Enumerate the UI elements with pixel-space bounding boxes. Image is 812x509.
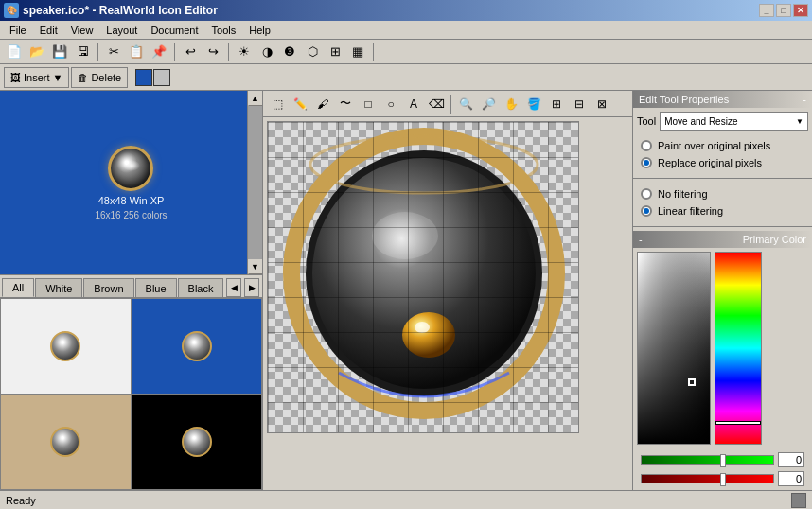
tool-value: Move and Resize <box>664 116 737 127</box>
insert-arrow: ▼ <box>53 72 63 83</box>
window-title: speaker.ico* - RealWorld Icon Editor <box>23 4 218 17</box>
hue-picker[interactable] <box>715 252 762 445</box>
menu-layout[interactable]: Layout <box>100 23 143 38</box>
open-button[interactable]: 📂 <box>26 42 47 62</box>
app-icon: 🎨 <box>4 3 19 18</box>
tab-all[interactable]: All <box>2 278 34 297</box>
tab-next[interactable]: ▶ <box>244 278 259 297</box>
slider-thumb-2[interactable] <box>720 473 726 486</box>
color-gradient-picker[interactable] <box>637 252 711 445</box>
menu-edit[interactable]: Edit <box>34 23 63 38</box>
toolbar-sep1 <box>97 43 98 61</box>
eraser-tool[interactable]: ⌫ <box>426 94 447 114</box>
slider-red[interactable] <box>641 474 774 483</box>
icon-cell-black[interactable] <box>132 395 263 491</box>
menu-help[interactable]: Help <box>243 23 276 38</box>
tb-extra6[interactable]: ▦ <box>347 42 368 62</box>
view-icons[interactable] <box>135 69 170 86</box>
text-tool[interactable]: A <box>403 94 424 114</box>
menu-document[interactable]: Document <box>145 23 203 38</box>
slider-thumb-1[interactable] <box>720 454 726 467</box>
tb-extra5[interactable]: ⊞ <box>325 42 345 62</box>
close-button[interactable]: ✕ <box>793 4 808 17</box>
slider-value-2[interactable] <box>778 471 804 486</box>
icon-cell-tan[interactable] <box>0 395 132 491</box>
move-tool[interactable]: ✋ <box>501 94 521 114</box>
tabs-bar: All White Brown Blue Black ◀ ▶ <box>0 275 262 298</box>
main-content: ▲ ▼ 48x48 Win XP 16x16 256 colors All Wh… <box>0 91 812 490</box>
primary-color-header: - Primary Color <box>633 231 812 248</box>
maximize-button[interactable]: □ <box>776 4 791 17</box>
icon-cell-white[interactable] <box>0 298 132 395</box>
fill-tool[interactable]: 🪣 <box>523 94 544 114</box>
icon-cell-blue[interactable] <box>132 298 263 395</box>
icon-tan <box>50 427 80 457</box>
new-button[interactable]: 📄 <box>4 42 25 62</box>
zoom-out-tool[interactable]: 🔎 <box>478 94 499 114</box>
radio-paint-over[interactable]: Paint over original pixels <box>641 140 804 151</box>
slider-green[interactable] <box>641 455 774 465</box>
scroll-track[interactable] <box>248 106 262 259</box>
minimize-button[interactable]: _ <box>759 4 774 17</box>
grid-toggle1[interactable]: ⊞ <box>546 94 567 114</box>
ellipse-tool[interactable]: ○ <box>380 94 401 114</box>
preview-size: 16x16 256 colors <box>95 210 167 220</box>
pen-tool[interactable]: ✏️ <box>290 94 310 114</box>
menu-tools[interactable]: Tools <box>206 23 242 38</box>
svg-point-5 <box>402 312 455 358</box>
black-grad <box>638 253 710 444</box>
canvas-sep <box>450 95 451 114</box>
rect-tool[interactable]: □ <box>358 94 379 114</box>
radio-linear-outer <box>641 205 652 217</box>
brush-tool[interactable]: 🖌 <box>312 94 333 114</box>
tab-black[interactable]: Black <box>178 278 224 297</box>
radio-linear-label: Linear filtering <box>658 205 723 217</box>
canvas-wrapper[interactable] <box>267 121 579 433</box>
tab-brown[interactable]: Brown <box>83 278 133 297</box>
color-pickers <box>633 248 812 448</box>
slider-value-1[interactable] <box>778 452 804 467</box>
paste-button[interactable]: 📌 <box>149 42 169 62</box>
scroll-up[interactable]: ▲ <box>248 91 263 106</box>
scroll-down[interactable]: ▼ <box>248 259 263 274</box>
tb-extra3[interactable]: ❸ <box>279 42 300 62</box>
menu-view[interactable]: View <box>65 23 99 38</box>
slider-row-1 <box>641 452 804 467</box>
tab-blue[interactable]: Blue <box>135 278 177 297</box>
zoom-in-tool[interactable]: 🔍 <box>455 94 476 114</box>
tool-dropdown[interactable]: Move and Resize ▼ <box>660 112 808 131</box>
save-button[interactable]: 💾 <box>49 42 70 62</box>
view-icon2[interactable] <box>153 69 170 86</box>
window-controls: _ □ ✕ <box>759 4 808 17</box>
copy-button[interactable]: 📋 <box>126 42 147 62</box>
redo-button[interactable]: ↪ <box>203 42 223 62</box>
cut-button[interactable]: ✂ <box>103 42 124 62</box>
icon-grid <box>0 298 262 490</box>
radio-linear-inner <box>644 208 649 214</box>
tab-prev[interactable]: ◀ <box>226 278 241 297</box>
menu-bar: File Edit View Layout Document Tools Hel… <box>0 21 812 40</box>
grid-toggle2[interactable]: ⊟ <box>569 94 590 114</box>
speaker-canvas[interactable] <box>282 127 566 420</box>
radio-no-filter-outer <box>641 188 652 200</box>
select-tool[interactable]: ⬚ <box>267 94 288 114</box>
insert-button[interactable]: 🖼 Insert ▼ <box>4 67 69 88</box>
color-marker <box>688 378 696 386</box>
menu-file[interactable]: File <box>4 23 32 38</box>
grid-toggle3[interactable]: ⊠ <box>591 94 612 114</box>
insert-icon: 🖼 <box>10 72 21 83</box>
tb-extra2[interactable]: ◑ <box>256 42 277 62</box>
tb-extra4[interactable]: ⬡ <box>302 42 323 62</box>
tb-extra1[interactable]: ☀ <box>234 42 255 62</box>
svg-point-6 <box>415 322 430 333</box>
undo-button[interactable]: ↩ <box>180 42 201 62</box>
radio-no-filter[interactable]: No filtering <box>641 188 804 200</box>
saveas-button[interactable]: 🖫 <box>72 42 93 62</box>
curve-tool[interactable]: 〜 <box>335 94 356 114</box>
radio-replace[interactable]: Replace original pixels <box>641 157 804 168</box>
view-toggle <box>135 69 170 86</box>
radio-linear[interactable]: Linear filtering <box>641 205 804 217</box>
tab-white[interactable]: White <box>35 278 82 297</box>
delete-button[interactable]: 🗑 Delete <box>71 67 128 88</box>
view-icon1[interactable] <box>135 69 152 86</box>
